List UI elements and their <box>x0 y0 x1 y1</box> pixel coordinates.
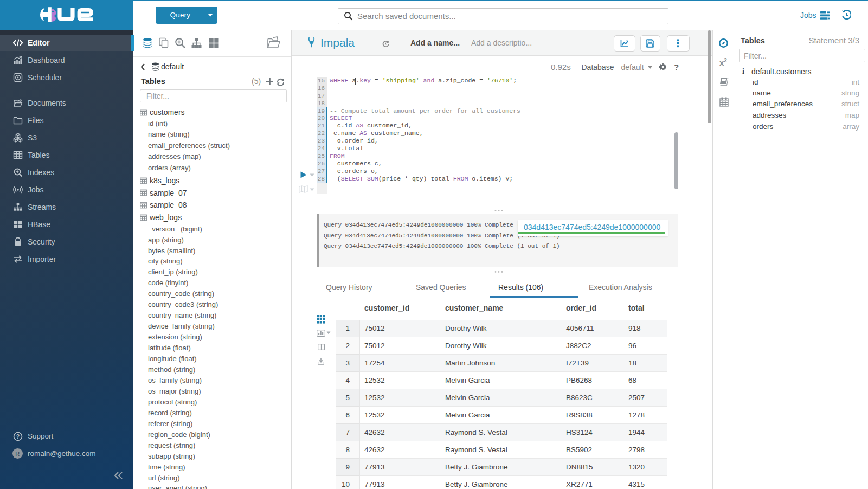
svg-text:?: ? <box>16 433 20 440</box>
